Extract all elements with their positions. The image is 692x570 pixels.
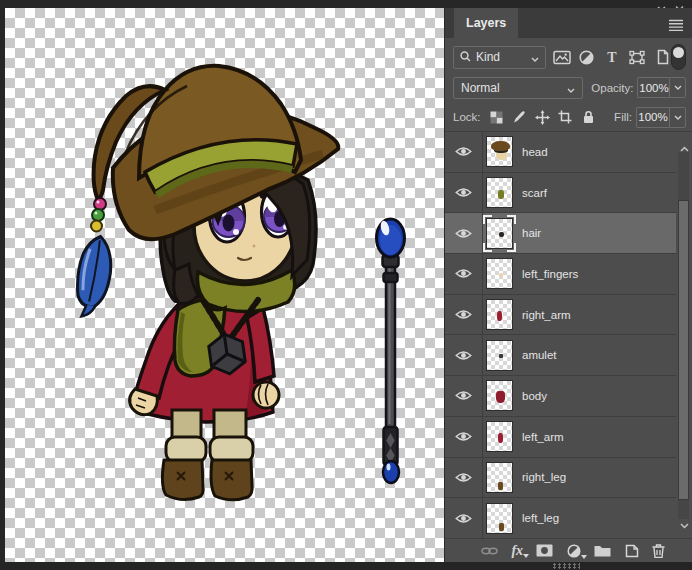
filter-kind-label: Kind — [476, 50, 500, 64]
lock-image-pixels-icon[interactable] — [512, 110, 527, 125]
search-icon — [460, 48, 471, 66]
delete-layer-icon[interactable] — [652, 544, 665, 558]
lock-artboard-nesting-icon[interactable] — [558, 110, 573, 125]
lock-all-icon[interactable] — [581, 110, 596, 125]
panel-menu-icon[interactable] — [669, 17, 683, 35]
layer-visibility-toggle[interactable] — [445, 213, 483, 253]
new-adjustment-layer-icon[interactable] — [567, 544, 581, 558]
thumbnail-art-mark — [499, 354, 503, 358]
layer-thumbnail[interactable] — [486, 136, 513, 167]
thumbnail-art-mark — [498, 190, 504, 199]
thumbnail-art-mark — [499, 232, 504, 237]
layer-visibility-toggle[interactable] — [445, 132, 483, 172]
scrollbar-track[interactable] — [678, 152, 689, 519]
blend-mode-dropdown[interactable]: Normal — [453, 77, 583, 99]
layer-thumbnail[interactable] — [486, 462, 513, 493]
layer-style-fx-icon[interactable]: fx — [511, 544, 523, 558]
lock-transparent-pixels-icon[interactable] — [489, 110, 504, 125]
layer-name[interactable]: scarf — [522, 187, 547, 199]
layer-row-head[interactable]: head — [445, 132, 676, 173]
add-layer-mask-icon[interactable] — [536, 544, 553, 557]
smart-object-filter-icon[interactable] — [652, 49, 671, 66]
layer-thumbnail[interactable] — [486, 503, 513, 534]
layer-visibility-toggle[interactable] — [445, 173, 483, 213]
tab-layers-label: Layers — [466, 16, 506, 30]
layer-name[interactable]: left_arm — [522, 431, 564, 443]
layer-thumbnail[interactable] — [486, 380, 513, 411]
document-canvas[interactable] — [5, 8, 444, 562]
layer-name[interactable]: left_fingers — [522, 268, 578, 280]
type-layer-filter-icon[interactable]: T — [602, 49, 621, 66]
layer-name[interactable]: head — [522, 146, 548, 158]
eye-icon — [455, 350, 472, 361]
chevron-down-icon — [531, 48, 539, 66]
layer-visibility-toggle[interactable] — [445, 417, 483, 457]
layer-thumbnail[interactable] — [486, 299, 513, 330]
scroll-down-icon[interactable] — [680, 515, 689, 533]
panel-tabbar: Layers — [445, 8, 692, 38]
thumbnail-art-mark — [496, 391, 505, 403]
thumbnail-art-mark — [499, 273, 503, 277]
selection-bracket — [507, 243, 516, 252]
layer-name[interactable]: left_leg — [522, 512, 559, 524]
layer-thumbnail[interactable] — [486, 340, 513, 371]
layer-name[interactable]: right_arm — [522, 309, 571, 321]
photoshop-window: Layers Kind — [0, 0, 692, 570]
layer-row-left_fingers[interactable]: left_fingers — [445, 254, 676, 295]
layer-row-hair[interactable]: hair — [445, 213, 676, 254]
scrollbar-thumb[interactable] — [678, 200, 689, 500]
opacity-dropdown-icon[interactable] — [669, 77, 686, 98]
layer-name[interactable]: right_leg — [522, 471, 566, 483]
opacity-value-field[interactable]: 100% — [637, 77, 669, 98]
window-bottom-strip — [0, 562, 692, 570]
layer-filter-toggle[interactable] — [671, 44, 686, 70]
eye-icon — [455, 228, 472, 239]
layer-row-left_arm[interactable]: left_arm — [445, 417, 676, 458]
svg-text:T: T — [607, 50, 617, 64]
layer-visibility-toggle[interactable] — [445, 254, 483, 294]
layer-row-right_arm[interactable]: right_arm — [445, 295, 676, 336]
shape-layer-filter-icon[interactable] — [627, 49, 646, 66]
layer-visibility-toggle[interactable] — [445, 376, 483, 416]
layer-row-right_leg[interactable]: right_leg — [445, 458, 676, 499]
layer-thumbnail[interactable] — [486, 421, 513, 452]
fill-dropdown-icon[interactable] — [669, 107, 686, 128]
layer-visibility-toggle[interactable] — [445, 335, 483, 375]
layer-name[interactable]: amulet — [522, 349, 557, 361]
thumbnail-art-mark — [491, 141, 510, 151]
filter-kind-dropdown[interactable]: Kind — [453, 46, 546, 69]
layer-name[interactable]: hair — [522, 227, 541, 239]
fill-label: Fill: — [614, 111, 632, 123]
fill-value-field[interactable]: 100% — [636, 107, 669, 128]
layer-row-body[interactable]: body — [445, 376, 676, 417]
eye-icon — [455, 268, 472, 279]
eye-icon — [455, 309, 472, 320]
adjustment-layer-filter-icon[interactable] — [577, 49, 596, 66]
eye-icon — [455, 431, 472, 442]
lock-label: Lock: — [453, 111, 481, 123]
new-layer-icon[interactable] — [625, 544, 639, 558]
new-group-folder-icon[interactable] — [594, 545, 611, 557]
panel-footer: fx — [445, 538, 692, 562]
layer-thumbnail[interactable] — [486, 258, 513, 289]
layer-visibility-toggle[interactable] — [445, 498, 483, 538]
layer-name[interactable]: body — [522, 390, 547, 402]
layer-row-amulet[interactable]: amulet — [445, 335, 676, 376]
panel-resize-grip[interactable] — [552, 563, 580, 569]
lock-position-icon[interactable] — [535, 110, 550, 125]
layer-row-scarf[interactable]: scarf — [445, 173, 676, 214]
layer-row-left_leg[interactable]: left_leg — [445, 498, 676, 539]
fx-label: fx — [511, 544, 523, 558]
pixel-layer-filter-icon[interactable] — [552, 49, 571, 66]
character-illustration — [5, 8, 444, 562]
tab-layers[interactable]: Layers — [454, 8, 518, 38]
link-layers-icon[interactable] — [481, 546, 498, 556]
eye-icon — [455, 390, 472, 401]
opacity-label: Opacity: — [591, 82, 633, 94]
chevron-down-icon — [567, 79, 575, 97]
layer-visibility-toggle[interactable] — [445, 295, 483, 335]
layer-thumbnail[interactable] — [486, 177, 513, 208]
layer-list: head scarf — [445, 131, 692, 538]
hat-charm-art — [71, 198, 116, 320]
layer-visibility-toggle[interactable] — [445, 458, 483, 498]
